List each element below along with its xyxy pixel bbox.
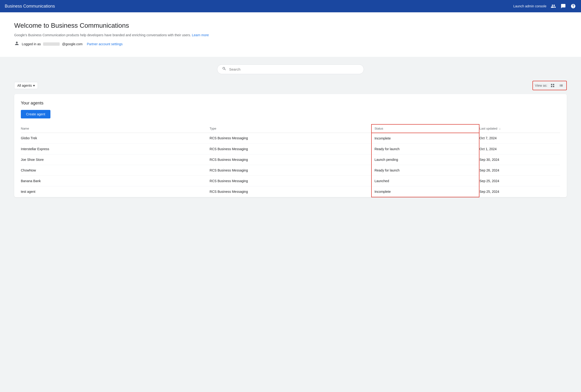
filter-dropdown[interactable]: All agents ▾ bbox=[14, 82, 38, 89]
search-container bbox=[14, 64, 567, 74]
agent-status: Ready for launch bbox=[372, 144, 480, 154]
agent-last-updated: Sep 26, 2024 bbox=[479, 165, 560, 176]
agents-card: Your agents Create agent Name Type Statu… bbox=[14, 94, 567, 197]
chat-icon[interactable] bbox=[560, 3, 566, 9]
sort-desc-icon: ↓ bbox=[499, 127, 501, 130]
main-content: All agents ▾ View as: Your agents Create… bbox=[0, 57, 581, 205]
grid-view-button[interactable] bbox=[549, 82, 556, 89]
search-icon bbox=[222, 66, 226, 72]
agent-type: RCS Business Messaging bbox=[209, 144, 371, 154]
agent-type: RCS Business Messaging bbox=[209, 133, 371, 144]
people-icon[interactable] bbox=[550, 3, 556, 9]
account-icon bbox=[14, 41, 19, 47]
search-input[interactable] bbox=[229, 67, 359, 71]
agent-name: Joe Shoe Store bbox=[21, 154, 209, 165]
agents-table-body: Globo Trek RCS Business Messaging Incomp… bbox=[21, 133, 560, 197]
view-as-section: View as: bbox=[533, 81, 567, 90]
app-title: Business Communications bbox=[5, 4, 513, 9]
agent-name: Banana Bank bbox=[21, 176, 209, 186]
email-suffix: @google.com bbox=[62, 42, 83, 46]
agent-status: Ready for launch bbox=[372, 165, 480, 176]
partner-settings-link[interactable]: Partner account settings bbox=[87, 42, 123, 46]
agent-status: Launched bbox=[372, 176, 480, 186]
launch-admin-link[interactable]: Launch admin console bbox=[513, 4, 547, 8]
logged-in-label: Logged in as bbox=[22, 42, 41, 46]
agents-section-title: Your agents bbox=[21, 101, 560, 106]
agent-type: RCS Business Messaging bbox=[209, 186, 371, 197]
table-row[interactable]: ChowNow RCS Business Messaging Ready for… bbox=[21, 165, 560, 176]
col-header-status: Status bbox=[372, 124, 480, 133]
help-icon[interactable] bbox=[570, 3, 576, 9]
agent-status: Launch pending bbox=[372, 154, 480, 165]
agent-last-updated: Sep 30, 2024 bbox=[479, 154, 560, 165]
welcome-title: Welcome to Business Communications bbox=[14, 22, 567, 29]
agents-table: Name Type Status Last updated ↓ Globo T bbox=[21, 124, 560, 197]
agent-last-updated: Oct 1, 2024 bbox=[479, 144, 560, 154]
col-header-type: Type bbox=[209, 124, 371, 133]
agent-type: RCS Business Messaging bbox=[209, 176, 371, 186]
agent-name: test agent bbox=[21, 186, 209, 197]
agent-type: RCS Business Messaging bbox=[209, 165, 371, 176]
agent-last-updated: Sep 25, 2024 bbox=[479, 186, 560, 197]
agent-status: Incomplete bbox=[372, 186, 480, 197]
table-row[interactable]: Joe Shoe Store RCS Business Messaging La… bbox=[21, 154, 560, 165]
logged-in-row: Logged in as @google.com Partner account… bbox=[14, 41, 567, 47]
list-view-button[interactable] bbox=[558, 82, 565, 89]
header-actions: Launch admin console bbox=[513, 3, 576, 9]
learn-more-link[interactable]: Learn more bbox=[192, 33, 209, 37]
create-agent-button[interactable]: Create agent bbox=[21, 110, 50, 118]
col-header-name: Name bbox=[21, 124, 209, 133]
welcome-section: Welcome to Business Communications Googl… bbox=[0, 12, 581, 57]
toolbar: All agents ▾ View as: bbox=[14, 81, 567, 90]
table-row[interactable]: Interstellar Express RCS Business Messag… bbox=[21, 144, 560, 154]
agent-last-updated: Oct 7, 2024 bbox=[479, 133, 560, 144]
view-as-label: View as: bbox=[535, 84, 547, 88]
table-row[interactable]: Globo Trek RCS Business Messaging Incomp… bbox=[21, 133, 560, 144]
filter-label: All agents bbox=[17, 84, 32, 88]
agent-name: ChowNow bbox=[21, 165, 209, 176]
welcome-description: Google's Business Communication products… bbox=[14, 33, 567, 37]
col-header-last-updated[interactable]: Last updated ↓ bbox=[479, 124, 560, 133]
agent-type: RCS Business Messaging bbox=[209, 154, 371, 165]
table-row[interactable]: test agent RCS Business Messaging Incomp… bbox=[21, 186, 560, 197]
agent-name: Globo Trek bbox=[21, 133, 209, 144]
search-box bbox=[217, 64, 364, 74]
app-header: Business Communications Launch admin con… bbox=[0, 0, 581, 12]
table-header: Name Type Status Last updated ↓ bbox=[21, 124, 560, 133]
agent-name: Interstellar Express bbox=[21, 144, 209, 154]
table-row[interactable]: Banana Bank RCS Business Messaging Launc… bbox=[21, 176, 560, 186]
agent-last-updated: Sep 25, 2024 bbox=[479, 176, 560, 186]
user-email-redacted bbox=[43, 42, 60, 46]
agent-status: Incomplete bbox=[372, 133, 480, 144]
chevron-down-icon: ▾ bbox=[33, 84, 35, 88]
